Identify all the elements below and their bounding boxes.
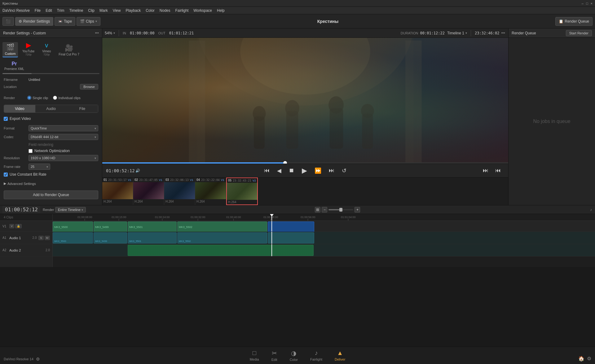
clips-btn[interactable]: 🎬 Clips ▾ <box>77 17 100 26</box>
zoom-in-btn[interactable]: + <box>355 207 360 213</box>
menu-fairlight[interactable]: Fairlight <box>175 8 189 13</box>
panel-menu-btn[interactable]: ••• <box>95 31 99 35</box>
end2-btn[interactable]: ⏮ <box>494 166 502 175</box>
a1-clip-4[interactable]: MK3_5502 <box>177 232 267 243</box>
settings2-icon[interactable]: ⚙ <box>587 356 591 362</box>
render-select[interactable]: Entire Timeline ▾ <box>55 207 86 213</box>
nav-media[interactable]: □ Media <box>244 348 265 363</box>
menu-help[interactable]: Help <box>217 8 225 13</box>
individual-clips-input[interactable] <box>53 96 57 100</box>
framerate-chevron: ▾ <box>46 165 48 169</box>
clip-item-4[interactable]: 04 23:32:22:04 V1 H.264 <box>195 178 226 205</box>
minimize-btn[interactable]: – <box>582 2 584 5</box>
volume-icon[interactable]: 🔊 <box>135 168 141 173</box>
a1-clip-1[interactable]: MK3_5500 <box>53 232 93 243</box>
render-queue-btn[interactable]: 📋 Render Queue <box>555 17 593 26</box>
maximize-btn[interactable]: □ <box>586 2 588 5</box>
menu-clip[interactable]: Clip <box>88 8 95 13</box>
forward-btn[interactable]: ⏩ <box>313 166 323 175</box>
v-clip-4[interactable]: MK3_5502 <box>177 221 267 233</box>
nav-deliver[interactable]: ▲ Deliver <box>328 348 351 363</box>
menu-nodes[interactable]: Nodes <box>160 8 170 13</box>
clip-item-2[interactable]: 02 23:31:47:05 V1 H.264 <box>133 178 164 205</box>
clip-item-5[interactable]: 05 23:32:43:21 V2 H.264 <box>226 178 258 205</box>
timeline-tracks: 4 Clips V1 V 🔒 A1 Audio 1 2.0 S M <box>0 214 595 267</box>
back-btn[interactable]: ◀ <box>276 166 283 175</box>
clip-item-1[interactable]: 01 23:31:53:17 V1 H.264 <box>102 178 133 205</box>
close-btn[interactable]: × <box>591 2 593 5</box>
file-tab[interactable]: File <box>67 105 98 112</box>
duration-info: DURATION 00:01:12:22 <box>401 31 445 35</box>
v-clip-5[interactable] <box>268 221 314 233</box>
home-icon[interactable]: 🏠 <box>578 356 584 362</box>
nav-fairlight[interactable]: ♪ Fairlight <box>304 348 328 363</box>
preset-premiere[interactable]: Pr Premiere XML <box>2 60 26 72</box>
preset-vimeo[interactable]: v Vimeo 720p <box>39 41 54 57</box>
menu-davinci[interactable]: DaVinci Resolve <box>2 8 30 13</box>
end-btn[interactable]: ⏭ <box>482 166 490 175</box>
preset-custom[interactable]: 🎬 Custom <box>2 42 18 57</box>
start-render-btn[interactable]: Start Render <box>566 30 592 36</box>
video-tab[interactable]: Video <box>4 105 35 112</box>
a1-m-btn[interactable]: M <box>45 236 50 240</box>
v1-lock-btn[interactable]: 🔒 <box>15 224 22 228</box>
zoom-fit-btn[interactable]: ⊞ <box>315 207 320 213</box>
menu-file[interactable]: File <box>35 8 41 13</box>
timecode-menu[interactable]: ••• <box>500 30 506 36</box>
clip-item-3[interactable]: 03 23:32:06:13 V1 H.264 <box>164 178 195 205</box>
framerate-label: Frame rate <box>4 165 29 169</box>
play-btn[interactable]: ▶ <box>301 165 308 176</box>
menu-trim[interactable]: Trim <box>57 8 64 13</box>
a1-clip-2[interactable]: MK3_5499 <box>94 232 127 243</box>
nav-edit[interactable]: ✂ Edit <box>265 348 284 363</box>
render-settings-icon: ⚙ <box>19 19 22 24</box>
loop-btn[interactable]: ↺ <box>341 166 348 175</box>
music-icon[interactable]: ♪ <box>589 207 593 213</box>
network-opt-checkbox[interactable] <box>29 149 33 153</box>
tape-btn[interactable]: 📼 Tape <box>55 17 75 26</box>
skip-back-btn[interactable]: ⏮ <box>263 166 271 175</box>
zoom-out-btn[interactable]: − <box>322 207 327 213</box>
timeline-chevron[interactable]: ▾ <box>465 31 467 35</box>
framerate-select[interactable]: 25 ▾ <box>29 164 50 170</box>
export-video-checkbox[interactable] <box>4 117 8 121</box>
format-select[interactable]: QuickTime ▾ <box>29 125 98 131</box>
v-clip-1[interactable]: MK3_5500 <box>53 221 93 233</box>
preset-youtube[interactable]: ▶ YouTube 720p <box>20 40 36 57</box>
v1-disable-btn[interactable]: V <box>9 224 14 228</box>
davinci-logo-btn[interactable]: ⬛ <box>2 17 14 26</box>
nav-color[interactable]: ◑ Color <box>284 348 304 363</box>
audio-tab[interactable]: Audio <box>35 105 67 112</box>
menu-workspace[interactable]: Workspace <box>193 8 212 13</box>
skip-forward-btn[interactable]: ⏭ <box>328 166 336 175</box>
a1-clip-5[interactable] <box>268 232 314 243</box>
individual-clips-radio[interactable]: Individual clips <box>53 96 81 100</box>
menu-mark[interactable]: Mark <box>99 8 108 13</box>
zoom-slider[interactable] <box>328 209 353 210</box>
advanced-settings-toggle[interactable]: ▶ Advanced Settings <box>0 180 102 187</box>
zoom-chevron[interactable]: ▾ <box>113 31 115 35</box>
menu-view[interactable]: View <box>113 8 121 13</box>
resolution-select[interactable]: 1920 x 1080 HD ▾ <box>29 155 98 161</box>
a2-clip-1[interactable] <box>128 245 314 256</box>
add-to-queue-btn[interactable]: Add to Render Queue <box>4 191 98 199</box>
clip-strip: 01 23:31:53:17 V1 H.264 02 23:31:47:05 V… <box>102 177 508 205</box>
menu-timeline[interactable]: Timeline <box>69 8 83 13</box>
a1-s-btn[interactable]: S <box>38 236 43 240</box>
bottom-nav: DaVinci Resolve 14 ⚙ □ Media ✂ Edit ◑ Co… <box>0 347 595 364</box>
color-label: Color <box>290 358 298 362</box>
single-clip-input[interactable] <box>27 96 31 100</box>
v-clip-2[interactable]: MK3_5499 <box>94 221 127 233</box>
constant-bitrate-checkbox[interactable] <box>4 173 8 177</box>
stop-btn[interactable]: ⏹ <box>288 166 296 175</box>
preset-finalcut[interactable]: 🎥 Final Cut Pro 7 <box>57 43 81 57</box>
codec-select[interactable]: DNxHR 444 12-bit ▾ <box>29 134 98 140</box>
menu-color[interactable]: Color <box>146 8 155 13</box>
browse-btn[interactable]: Browse <box>80 84 98 90</box>
a1-clip-3[interactable]: MK3_5501 <box>128 232 177 243</box>
menu-playback[interactable]: Playback <box>126 8 141 13</box>
v-clip-3[interactable]: MK3_5501 <box>128 221 177 233</box>
render-settings-btn[interactable]: ⚙ Render Settings <box>15 17 53 26</box>
single-clip-radio[interactable]: Single clip <box>27 96 48 100</box>
menu-edit[interactable]: Edit <box>46 8 52 13</box>
